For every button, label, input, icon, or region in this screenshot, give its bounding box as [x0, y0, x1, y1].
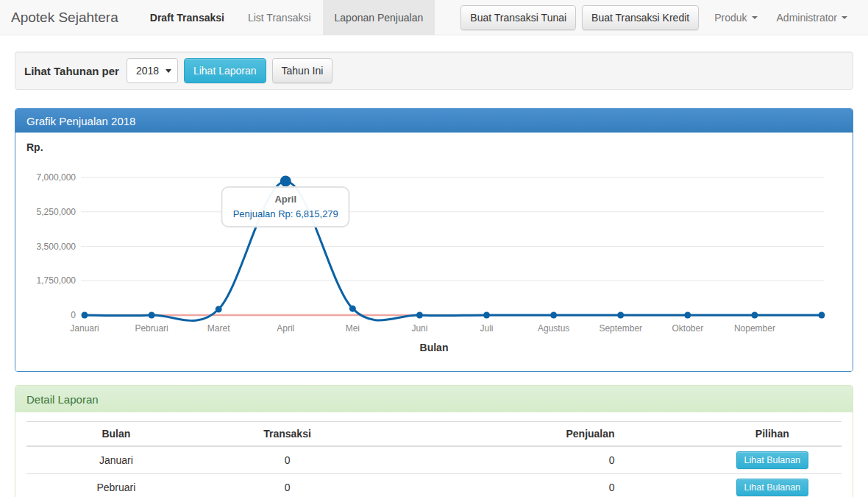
svg-text:April: April — [277, 323, 294, 334]
select-caret-icon — [166, 69, 171, 73]
cell-penjualan: 0 — [369, 474, 702, 497]
data-point[interactable] — [416, 312, 423, 319]
nav-item-list-transaksi[interactable]: List Transaksi — [236, 0, 323, 35]
table-header-row: Bulan Transaksi Penjualan Pilihan — [26, 422, 842, 447]
table-body: Januari00Lihat BulananPebruari00Lihat Bu… — [26, 446, 842, 497]
chart-x-axis-title: Bulan — [26, 342, 842, 356]
svg-text:5,250,000: 5,250,000 — [37, 207, 77, 217]
caret-down-icon — [842, 16, 847, 19]
cell-penjualan: 0 — [369, 446, 702, 474]
svg-text:1,750,000: 1,750,000 — [37, 275, 77, 286]
create-credit-transaction-button[interactable]: Buat Transaksi Kredit — [582, 5, 699, 30]
data-point[interactable] — [349, 306, 356, 312]
data-point[interactable] — [617, 312, 624, 319]
data-point[interactable] — [483, 312, 490, 319]
nav-item-laponan-penjualan[interactable]: Laponan Penjualan — [323, 0, 435, 35]
svg-text:Oktober: Oktober — [672, 323, 703, 334]
monthly-report-table: Bulan Transaksi Penjualan Pilihan Januar… — [26, 421, 842, 497]
this-year-button[interactable]: Tahun Ini — [272, 58, 333, 83]
svg-text:Juli: Juli — [480, 323, 494, 334]
data-point[interactable] — [149, 312, 155, 319]
header-bulan: Bulan — [26, 422, 206, 447]
detail-panel-body: Bulan Transaksi Penjualan Pilihan Januar… — [15, 412, 853, 497]
chart-panel-title: Grafik Penjualan 2018 — [15, 109, 853, 133]
svg-text:Mei: Mei — [346, 323, 360, 334]
view-monthly-button[interactable]: Lihat Bulanan — [736, 479, 808, 496]
nav-item-draft-transaksi[interactable]: Draft Transaksi — [138, 0, 236, 35]
header-penjualan: Penjualan — [369, 422, 702, 447]
filter-label: Lihat Tahunan per — [24, 65, 119, 77]
administrator-dropdown[interactable]: Administrator — [767, 12, 857, 24]
detail-report-panel: Detail Laporan Bulan Transaksi Penjualan… — [15, 385, 853, 497]
year-select-value: 2018 — [136, 65, 159, 77]
svg-text:Maret: Maret — [207, 323, 230, 334]
cell-bulan: Januari — [26, 446, 206, 474]
data-point[interactable] — [216, 306, 222, 312]
administrator-dropdown-label: Administrator — [777, 12, 837, 24]
svg-text:Agustus: Agustus — [538, 323, 569, 334]
data-point[interactable] — [280, 175, 291, 186]
cell-bulan: Pebruari — [26, 474, 206, 497]
svg-text:Pebruari: Pebruari — [135, 323, 168, 334]
header-pilihan: Pilihan — [703, 422, 842, 447]
svg-text:Januari: Januari — [70, 323, 99, 334]
create-cash-transaction-button[interactable]: Buat Transaksi Tunai — [460, 5, 576, 30]
produk-dropdown[interactable]: Produk — [705, 12, 766, 24]
svg-text:September: September — [599, 323, 642, 334]
data-point[interactable] — [751, 312, 758, 319]
chart-y-axis-title: Rp. — [26, 141, 842, 156]
cell-transaksi: 0 — [206, 446, 369, 474]
year-filter-bar: Lihat Tahunan per 2018 Lihat Laporan Tah… — [15, 52, 853, 90]
navbar-items: Draft TransaksiList TransaksiLaponan Pen… — [138, 0, 435, 35]
data-point[interactable] — [82, 312, 88, 319]
chart-panel-body: Rp. 01,750,0003,500,0005,250,0007,000,00… — [15, 133, 853, 371]
svg-text:Juni: Juni — [411, 323, 427, 334]
view-monthly-button[interactable]: Lihat Bulanan — [736, 451, 808, 469]
data-point[interactable] — [684, 312, 691, 319]
svg-text:Nopember: Nopember — [734, 323, 775, 334]
cell-pilihan: Lihat Bulanan — [703, 474, 842, 497]
chart-svg: 01,750,0003,500,0005,250,0007,000,000Jan… — [26, 156, 842, 340]
cell-transaksi: 0 — [206, 474, 369, 497]
cell-pilihan: Lihat Bulanan — [703, 446, 842, 474]
table-row: Pebruari00Lihat Bulanan — [26, 474, 842, 497]
header-transaksi: Transaksi — [206, 422, 369, 447]
svg-text:0: 0 — [71, 310, 76, 320]
navbar-right: Buat Transaksi Tunai Buat Transaksi Kred… — [460, 0, 857, 35]
navbar: Apotek Sejahtera Draft TransaksiList Tra… — [0, 0, 868, 35]
caret-down-icon — [752, 16, 758, 19]
produk-dropdown-label: Produk — [714, 12, 747, 24]
brand[interactable]: Apotek Sejahtera — [11, 0, 129, 35]
data-point[interactable] — [550, 312, 557, 319]
sales-line-chart[interactable]: 01,750,0003,500,0005,250,0007,000,000Jan… — [26, 156, 842, 340]
svg-text:3,500,000: 3,500,000 — [37, 242, 77, 252]
sales-chart-panel: Grafik Penjualan 2018 Rp. 01,750,0003,50… — [15, 108, 853, 372]
data-point[interactable] — [819, 312, 825, 319]
detail-panel-title: Detail Laporan — [15, 386, 853, 412]
view-report-button[interactable]: Lihat Laporan — [184, 58, 266, 83]
svg-text:7,000,000: 7,000,000 — [37, 172, 77, 183]
table-row: Januari00Lihat Bulanan — [26, 446, 842, 474]
year-select[interactable]: 2018 — [127, 58, 178, 83]
